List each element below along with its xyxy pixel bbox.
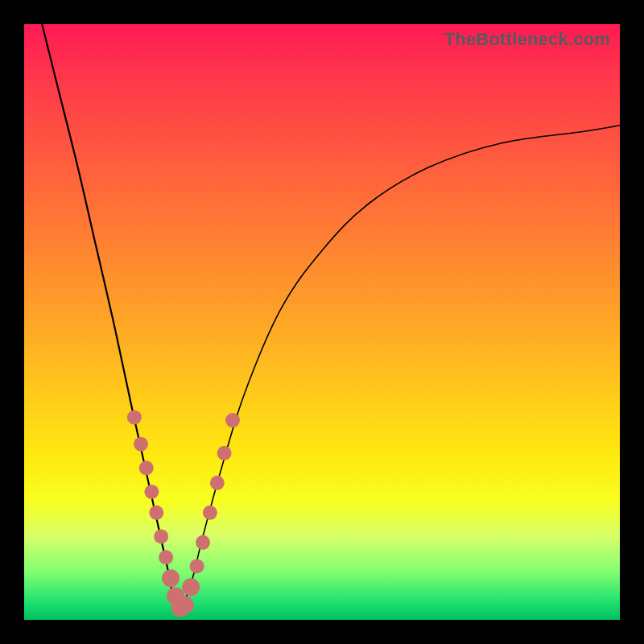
plot-frame: TheBottleneck.com [24,24,620,620]
bead-point [217,446,232,460]
bead-point [203,506,217,520]
bead-point [210,476,225,490]
curve-left-branch [42,24,179,614]
bead-point [134,437,148,452]
watermark-text: TheBottleneck.com [444,29,610,50]
bead-point [162,569,180,587]
bead-point [159,550,173,564]
bead-point [176,597,194,614]
bead-markers [127,410,240,617]
bottleneck-chart [24,24,620,620]
bead-point [225,413,240,427]
bead-point [182,578,200,596]
bead-point [149,506,163,520]
bead-point [144,485,159,499]
bead-point [196,535,210,550]
curve-right-branch [179,126,620,614]
bead-point [139,460,154,475]
bead-point [190,559,204,573]
bead-point [127,410,142,424]
bead-point [154,529,168,543]
